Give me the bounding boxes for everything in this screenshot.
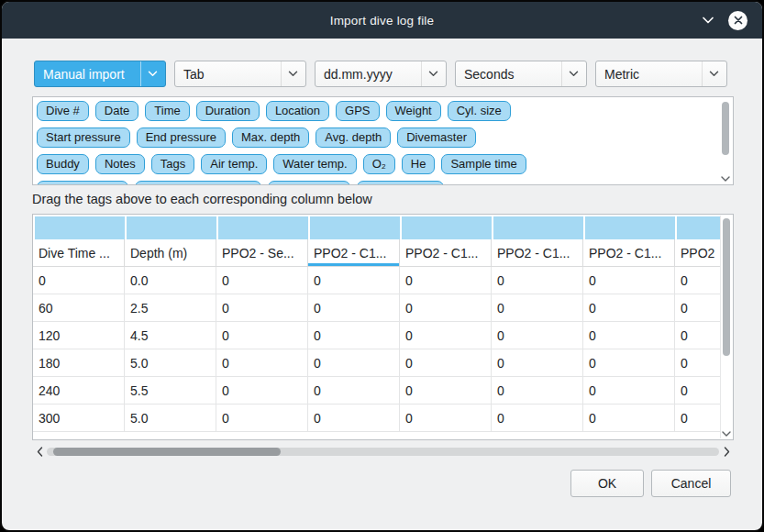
scrollbar-track[interactable] <box>47 448 719 456</box>
tag-divemaster[interactable]: Divemaster <box>397 127 476 148</box>
import-options-row: Manual import Tab dd.mm.yyyy Seconds Met… <box>34 61 727 87</box>
ok-button[interactable]: OK <box>570 470 644 497</box>
table-cell: 0 <box>492 322 583 349</box>
combo-duration-format[interactable]: Seconds <box>455 61 587 87</box>
tag-weight[interactable]: Weight <box>386 101 441 121</box>
table-cell: 0 <box>583 377 675 405</box>
column-header[interactable]: PPO2 - Se... <box>216 239 308 267</box>
chevron-down-icon[interactable] <box>702 17 714 25</box>
table-cell: 0 <box>675 405 720 432</box>
column-header[interactable]: PPO2 - C1... <box>492 239 583 267</box>
table-cell: 0 <box>216 377 308 405</box>
table-cell: 0 <box>216 349 308 377</box>
tag-water-temp[interactable]: Water temp. <box>273 154 356 174</box>
combo-units-value: Metric <box>604 67 639 82</box>
table-cell: 0 <box>492 294 583 322</box>
table-cell: 0 <box>308 377 400 405</box>
scrollbar-thumb[interactable] <box>722 102 729 155</box>
tag-date[interactable]: Date <box>95 101 138 121</box>
table-row: 1805.0000000 <box>33 349 720 377</box>
scrollbar-thumb[interactable] <box>723 218 730 356</box>
tag-start-pressure[interactable]: Start pressure <box>37 127 130 148</box>
table-cell: 0 <box>308 405 400 432</box>
column-drop-zone[interactable] <box>585 216 675 239</box>
column-drop-zone[interactable] <box>402 216 492 239</box>
tag-time[interactable]: Time <box>145 101 189 121</box>
tag-dive[interactable]: Dive # <box>37 101 89 121</box>
table-cell: 0 <box>33 267 125 294</box>
table-cell: 0 <box>583 349 675 377</box>
table-cell: 0 <box>308 294 400 322</box>
tag-max-depth[interactable]: Max. depth <box>232 127 309 148</box>
tag-sample-po[interactable]: Sample pO₂ <box>268 181 350 185</box>
table-cell: 0 <box>400 267 492 294</box>
column-drop-zone-row <box>33 215 720 239</box>
scroll-right-icon[interactable] <box>719 447 734 457</box>
column-header[interactable]: PPO2 - C1... <box>400 239 492 267</box>
column-drop-zone[interactable] <box>310 216 400 239</box>
column-header[interactable]: PPO2 - C1... <box>583 239 675 267</box>
column-drop-zone[interactable] <box>493 216 583 239</box>
tag-duration[interactable]: Duration <box>196 101 260 121</box>
close-icon[interactable] <box>728 11 747 30</box>
column-drop-zone[interactable] <box>677 216 720 239</box>
combo-field-separator-value: Tab <box>183 67 205 82</box>
chevron-down-icon <box>702 61 719 86</box>
column-header[interactable]: Depth (m) <box>125 239 216 267</box>
tag-row: BuddyNotesTagsAir temp.Water temp.O₂HeSa… <box>37 154 714 174</box>
column-header[interactable]: PPO2 <box>675 239 720 267</box>
tag-he[interactable]: He <box>402 154 436 174</box>
tag-avg-depth[interactable]: Avg. depth <box>316 127 391 148</box>
tag-o[interactable]: O₂ <box>363 154 395 174</box>
table-row: 602.5000000 <box>33 294 720 322</box>
table-cell: 0 <box>308 267 400 294</box>
table-cell: 120 <box>33 322 125 349</box>
titlebar[interactable]: Import dive log file <box>2 2 762 39</box>
table-row: 00.0000000 <box>33 267 720 294</box>
tag-notes[interactable]: Notes <box>95 154 145 174</box>
table-vertical-scrollbar[interactable] <box>720 216 732 438</box>
table-horizontal-scrollbar[interactable] <box>32 445 734 459</box>
table-cell: 5.5 <box>125 377 216 405</box>
table-cell: 0 <box>400 405 492 432</box>
tag-sample-cns[interactable]: Sample CNS <box>357 181 444 185</box>
tag-buddy[interactable]: Buddy <box>37 154 89 174</box>
table-cell: 2.5 <box>125 294 216 322</box>
table-header-row: Dive Time ...Depth (m)PPO2 - Se...PPO2 -… <box>33 239 720 267</box>
combo-field-separator[interactable]: Tab <box>174 61 306 87</box>
scroll-down-icon[interactable] <box>722 431 731 437</box>
tag-sample-temperature[interactable]: Sample temperature <box>135 181 261 185</box>
tag-tags[interactable]: Tags <box>151 154 194 174</box>
column-drop-zone[interactable] <box>218 216 308 239</box>
table-row: 1204.5000000 <box>33 322 720 349</box>
column-header[interactable]: Dive Time ... <box>33 239 125 267</box>
tag-sample-depth[interactable]: Sample depth <box>37 181 128 185</box>
combo-duration-format-value: Seconds <box>464 67 514 82</box>
combo-units[interactable]: Metric <box>595 61 727 87</box>
scroll-left-icon[interactable] <box>32 447 47 457</box>
table-cell: 5.0 <box>125 405 216 432</box>
tag-sample-time[interactable]: Sample time <box>441 154 526 174</box>
table-cell: 0 <box>216 322 308 349</box>
column-drop-zone[interactable] <box>35 216 125 239</box>
scrollbar-thumb[interactable] <box>53 448 281 456</box>
tag-end-pressure[interactable]: End pressure <box>137 127 226 148</box>
combo-date-format-value: dd.mm.yyyy <box>324 67 393 82</box>
table-cell: 0 <box>492 267 583 294</box>
table-cell: 0 <box>400 322 492 349</box>
column-header[interactable]: PPO2 - C1... <box>308 239 400 267</box>
column-drop-zone[interactable] <box>127 216 216 239</box>
combo-import-type[interactable]: Manual import <box>34 61 166 87</box>
table-cell: 0 <box>400 377 492 405</box>
combo-date-format[interactable]: dd.mm.yyyy <box>315 61 447 87</box>
table-cell: 0 <box>583 405 675 432</box>
table-cell: 0 <box>216 267 308 294</box>
cancel-button[interactable]: Cancel <box>651 470 731 497</box>
tag-air-temp[interactable]: Air temp. <box>201 154 267 174</box>
tag-cyl-size[interactable]: Cyl. size <box>448 101 511 121</box>
tag-panel-scrollbar[interactable] <box>720 99 731 183</box>
scroll-down-icon[interactable] <box>721 176 730 182</box>
tag-location[interactable]: Location <box>266 101 329 121</box>
tag-gps[interactable]: GPS <box>336 101 379 121</box>
drag-instruction-label: Drag the tags above to each correspondin… <box>32 192 372 206</box>
